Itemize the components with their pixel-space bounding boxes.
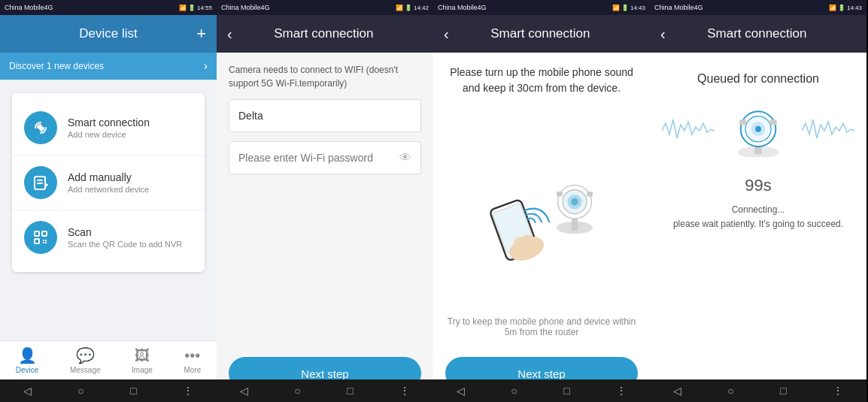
status-bar-3: China Mobile4G 📶 🔋 14:43 [433,0,650,15]
phone-camera-illustration [481,108,602,316]
add-device-menu: Smart connection Add new device Add manu… [12,93,205,272]
carrier-2: China Mobile4G [221,4,270,11]
home-android-2[interactable]: ○ [294,385,300,397]
menu-android-1[interactable]: ⋮ [183,385,193,397]
status-bar-2: China Mobile4G 📶 🔋 14:42 [217,0,433,15]
home-android-4[interactable]: ○ [727,385,733,397]
nav-message[interactable]: 💬 Message [70,346,101,374]
nav-image[interactable]: 🖼 Image [132,347,153,374]
android-nav-3: ◁ ○ □ ⋮ [433,379,650,402]
panel-smart-connection-sound: China Mobile4G 📶 🔋 14:43 ‹ Smart connect… [433,0,650,402]
status-icons-1: 📶 🔋 14:55 [179,5,212,11]
svg-rect-32 [739,119,746,125]
status-icons-2: 📶 🔋 14:42 [396,5,429,11]
smart-connection-title-3: Smart connection [457,26,624,41]
wifi-info-text: Camera needs to connect to WIFI (doesn't… [229,63,421,90]
back-android-4[interactable]: ◁ [673,385,681,397]
recents-android-4[interactable]: □ [780,385,786,397]
device-list-title: Device list [79,26,137,41]
svg-point-23 [571,198,578,205]
status-icons-3: 📶 🔋 14:43 [612,5,645,11]
status-bar-4: China Mobile4G 📶 🔋 14:43 [650,0,866,15]
router-distance-text: Try to keep the mobile phone and device … [445,316,638,337]
smart-connection-header-4: ‹ Smart connection [650,15,866,53]
nav-image-label: Image [132,366,153,374]
connecting-line2: please wait patiently. It's going to suc… [673,219,843,229]
add-manually-title: Add manually [68,171,149,183]
status-icons-4: 📶 🔋 14:43 [829,5,862,11]
discover-text: Discover 1 new devices [9,61,104,71]
android-nav-1: ◁ ○ □ ⋮ [0,379,217,402]
scan-subtitle: Scan the QR Code to add NVR [68,240,182,249]
back-button-3[interactable]: ‹ [444,26,449,43]
home-android-3[interactable]: ○ [511,385,517,397]
smart-connection-title-2: Smart connection [240,26,408,41]
ssid-field[interactable] [229,99,421,132]
countdown-timer: 99s [745,176,771,195]
carrier-1: China Mobile4G [5,4,53,11]
panel-smart-connection-wifi: China Mobile4G 📶 🔋 14:42 ‹ Smart connect… [217,0,433,402]
add-manually-text: Add manually Add networked device [68,171,149,194]
scan-text: Scan Scan the QR Code to add NVR [68,226,182,249]
recents-android-3[interactable]: □ [563,385,569,397]
password-field[interactable]: 👁 [229,141,421,174]
smart-connection-title: Smart connection [68,116,150,128]
image-nav-icon: 🖼 [135,347,150,364]
smart-connection-header-3: ‹ Smart connection [433,15,650,53]
ssid-input[interactable] [238,110,411,122]
svg-rect-5 [42,231,47,236]
nav-device-label: Device [16,366,39,374]
add-manually-subtitle: Add networked device [68,185,149,194]
menu-android-4[interactable]: ⋮ [833,385,843,397]
svg-rect-10 [45,242,47,243]
panel-device-list: China Mobile4G 📶 🔋 14:55 Device list + D… [0,0,217,402]
panel-smart-connection-queued: China Mobile4G 📶 🔋 14:43 ‹ Smart connect… [650,0,866,402]
password-input[interactable] [238,152,399,164]
back-android-2[interactable]: ◁ [240,385,248,397]
more-nav-icon: ••• [184,347,200,364]
back-android-3[interactable]: ◁ [457,385,465,397]
smart-connection-header-2: ‹ Smart connection [217,15,433,53]
queued-content: Queued for connection 99s [650,53,866,402]
discover-chevron-icon: › [204,59,208,73]
waveform-area [662,101,854,161]
nav-message-label: Message [70,366,101,374]
android-nav-4: ◁ ○ □ ⋮ [650,379,866,402]
back-button-2[interactable]: ‹ [227,26,232,43]
svg-rect-7 [43,240,44,241]
add-manually-item[interactable]: Add manually Add networked device [12,156,205,210]
carrier-4: China Mobile4G [654,4,703,11]
svg-rect-4 [35,231,39,236]
smart-connection-title-4: Smart connection [673,26,841,41]
nav-device[interactable]: 👤 Device [16,346,39,374]
bottom-nav: 👤 Device 💬 Message 🖼 Image ••• More [0,340,217,379]
nav-more[interactable]: ••• More [184,347,201,374]
recents-android-1[interactable]: □ [130,385,136,397]
discover-bar[interactable]: Discover 1 new devices › [0,53,217,80]
back-button-4[interactable]: ‹ [660,26,666,43]
menu-android-2[interactable]: ⋮ [399,385,410,397]
recents-android-2[interactable]: □ [347,385,353,397]
svg-rect-24 [557,192,563,196]
sound-instruction-content: Please turn up the mobile phone sound an… [433,53,650,357]
sound-instruction-text: Please turn up the mobile phone sound an… [445,65,638,96]
add-device-button[interactable]: + [196,26,206,42]
device-list-header: Device list + [0,15,217,53]
show-password-icon[interactable]: 👁 [399,151,411,165]
queued-title: Queued for connection [697,72,819,86]
smart-connection-subtitle: Add new device [68,130,150,139]
connecting-line1: Connecting... [732,204,785,215]
status-bar-1: China Mobile4G 📶 🔋 14:55 [0,0,217,15]
svg-rect-8 [45,240,47,241]
scan-title: Scan [68,226,182,238]
back-android-1[interactable]: ◁ [23,385,32,397]
smart-connection-icon [24,111,57,144]
svg-point-0 [38,125,43,130]
scan-item[interactable]: Scan Scan the QR Code to add NVR [12,210,205,264]
smart-connection-text: Smart connection Add new device [68,116,150,139]
home-android-1[interactable]: ○ [77,385,83,397]
smart-connection-item[interactable]: Smart connection Add new device [12,101,205,156]
add-manually-icon [24,166,57,199]
device-nav-icon: 👤 [18,346,37,364]
menu-android-3[interactable]: ⋮ [616,385,627,397]
